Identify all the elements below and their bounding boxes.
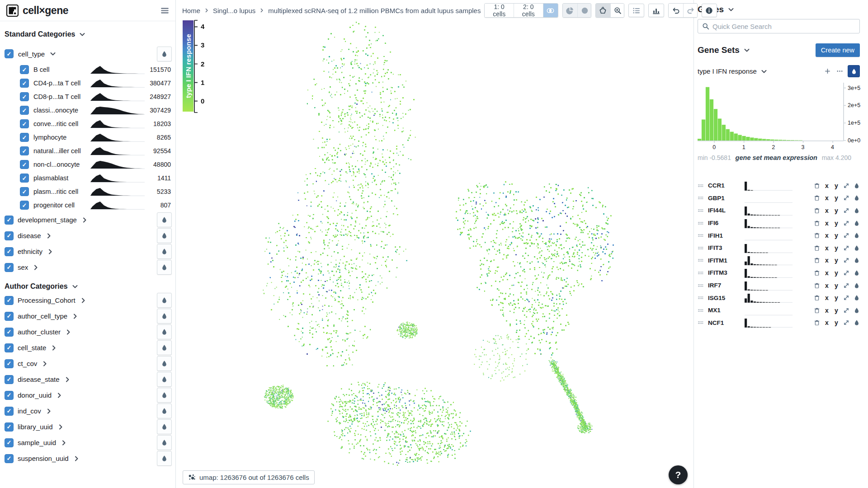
drag-handle-icon[interactable] — [698, 319, 704, 326]
expand-gene-icon[interactable] — [843, 195, 849, 201]
chevron-right-icon[interactable] — [45, 232, 52, 239]
checkbox[interactable] — [5, 328, 14, 337]
checkbox[interactable] — [20, 79, 29, 88]
embedding-status-chip[interactable]: umap: 1263676 out of 1263676 cells — [183, 470, 315, 484]
plot-x-button[interactable]: x — [824, 220, 830, 227]
delete-gene-icon[interactable] — [814, 183, 820, 189]
chevron-right-icon[interactable] — [57, 423, 64, 431]
colorby-gene-icon[interactable] — [854, 207, 860, 214]
expand-gene-icon[interactable] — [843, 307, 849, 314]
expand-gene-icon[interactable] — [843, 220, 849, 226]
zoom-pan-button[interactable] — [610, 4, 624, 17]
category-label[interactable]: library_uuid — [18, 423, 53, 431]
drag-handle-icon[interactable] — [698, 245, 704, 251]
colorby-geneset-button[interactable] — [848, 65, 860, 77]
plot-y-button[interactable]: y — [834, 269, 839, 277]
drag-handle-icon[interactable] — [698, 282, 704, 289]
drag-handle-icon[interactable] — [698, 195, 704, 201]
chevron-right-icon[interactable] — [32, 264, 39, 271]
plot-y-button[interactable]: y — [834, 194, 839, 202]
gene-name[interactable]: IFIT3 — [708, 244, 741, 251]
expand-gene-icon[interactable] — [843, 245, 849, 251]
chevron-right-icon[interactable] — [71, 313, 79, 320]
cell-type-value-label[interactable]: plasm...ritic cell — [33, 188, 86, 195]
gene-sets-title-wrap[interactable]: Gene Sets — [698, 45, 750, 55]
plot-x-button[interactable]: x — [824, 244, 830, 252]
gene-name[interactable]: IRF7 — [708, 282, 741, 289]
colorby-cell-type-button[interactable] — [157, 47, 172, 61]
expand-gene-icon[interactable] — [843, 319, 849, 326]
colorby-gene-icon[interactable] — [854, 307, 860, 314]
checkbox[interactable] — [5, 454, 14, 463]
expand-gene-icon[interactable] — [843, 295, 849, 301]
colorby-gene-icon[interactable] — [854, 245, 860, 251]
category-label[interactable]: sex — [18, 263, 28, 271]
gene-name[interactable]: GBP1 — [708, 195, 741, 202]
colorby-category-button[interactable] — [157, 309, 172, 324]
colorby-gene-icon[interactable] — [854, 183, 860, 189]
checkbox[interactable] — [5, 247, 14, 256]
checkbox[interactable] — [20, 133, 29, 142]
breadcrumb-collection[interactable]: Singl...o lupus — [213, 7, 255, 14]
chevron-down-icon[interactable] — [760, 68, 768, 75]
plot-x-button[interactable]: x — [824, 232, 830, 239]
category-label[interactable]: suspension_uuid — [18, 455, 69, 462]
diffexp-button[interactable] — [543, 4, 558, 17]
drag-handle-icon[interactable] — [698, 207, 704, 214]
plot-x-button[interactable]: x — [824, 282, 830, 289]
cell-type-value-label[interactable]: CD8-p...ta T cell — [33, 93, 86, 100]
colorby-category-button[interactable] — [157, 451, 172, 466]
plot-x-button[interactable]: x — [824, 294, 830, 301]
cell-type-value-label[interactable]: non-cl...onocyte — [33, 161, 86, 168]
delete-gene-icon[interactable] — [814, 282, 820, 289]
category-label[interactable]: ethnicity — [18, 248, 42, 255]
gene-name[interactable]: CCR1 — [708, 182, 741, 189]
plot-y-button[interactable]: y — [834, 207, 839, 214]
plot-x-button[interactable]: x — [824, 257, 830, 264]
expand-gene-icon[interactable] — [843, 282, 849, 289]
expand-gene-icon[interactable] — [843, 207, 849, 214]
cell-type-value-label[interactable]: CD4-p...ta T cell — [33, 80, 86, 87]
colorby-category-button[interactable] — [157, 356, 172, 371]
colorby-category-button[interactable] — [157, 260, 172, 275]
drag-handle-icon[interactable] — [698, 232, 704, 239]
colorby-category-button[interactable] — [157, 404, 172, 418]
cell-type-value-label[interactable]: B cell — [33, 66, 86, 73]
checkbox[interactable] — [5, 296, 14, 305]
unsubset-button[interactable] — [577, 4, 591, 17]
delete-gene-icon[interactable] — [814, 207, 820, 214]
drag-handle-icon[interactable] — [698, 307, 704, 314]
checkbox[interactable] — [20, 106, 29, 115]
selection-2-button[interactable]: 2: 0 cells — [514, 4, 543, 17]
gene-name[interactable]: IFI44L — [708, 207, 741, 214]
expand-gene-icon[interactable] — [843, 270, 849, 276]
plot-x-button[interactable]: x — [824, 319, 830, 326]
colorby-category-button[interactable] — [157, 228, 172, 243]
delete-gene-icon[interactable] — [814, 257, 820, 263]
colorby-gene-icon[interactable] — [854, 295, 860, 301]
chevron-down-icon[interactable] — [49, 50, 57, 57]
category-label[interactable]: disease — [18, 232, 41, 239]
plot-y-button[interactable]: y — [834, 257, 839, 264]
cell-type-checkbox[interactable] — [5, 49, 14, 58]
expand-gene-icon[interactable] — [843, 232, 849, 239]
category-label[interactable]: ct_cov — [18, 360, 37, 367]
plot-x-button[interactable]: x — [824, 182, 830, 189]
colorby-category-button[interactable] — [157, 372, 172, 387]
selection-1-button[interactable]: 1: 0 cells — [485, 4, 514, 17]
chevron-right-icon[interactable] — [73, 455, 80, 462]
drag-handle-icon[interactable] — [698, 257, 704, 263]
gene-search-input[interactable] — [712, 23, 855, 30]
geneset-histogram-plot[interactable] — [698, 83, 847, 143]
cell-type-value-label[interactable]: plasmablast — [33, 174, 86, 182]
hamburger-menu-button[interactable] — [160, 6, 169, 15]
genes-header[interactable]: Genes — [698, 5, 860, 14]
checkbox[interactable] — [5, 263, 14, 272]
chevron-right-icon[interactable] — [47, 248, 54, 255]
drag-handle-icon[interactable] — [698, 295, 704, 301]
colorby-gene-icon[interactable] — [854, 282, 860, 289]
gene-name[interactable]: IFITM3 — [708, 269, 741, 276]
expand-gene-icon[interactable] — [843, 257, 849, 263]
gene-name[interactable]: ISG15 — [708, 295, 741, 301]
cell-type-value-label[interactable]: lymphocyte — [33, 134, 86, 141]
